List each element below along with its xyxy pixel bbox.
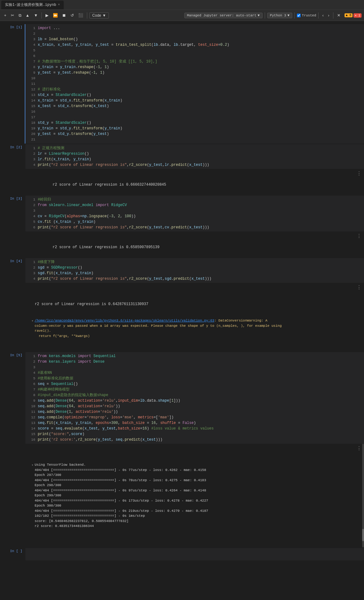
cell-1-label: In [1] — [10, 25, 22, 29]
warning-badge: ▲ 6 — [345, 13, 353, 17]
cell-4: In [4] 1#梯度下降 2sgd = SGDRegressor() 3sgd… — [0, 258, 364, 352]
cell-5-label: In [5] — [10, 353, 22, 357]
cell-5-content[interactable]: 1from keras.models import Sequential 2fr… — [25, 352, 364, 547]
cell-2-gutter: In [2] — [0, 144, 25, 195]
error-badge: ✕ 1 — [353, 13, 362, 18]
python-label: Python 3 — [270, 14, 286, 17]
cell-1-content[interactable]: 1import ... 2 3lb = load_boston() 4x_tra… — [25, 24, 364, 144]
cut-button[interactable]: ✂ — [9, 12, 16, 19]
cell-5: In [5] 1from keras.models import Sequent… — [0, 352, 364, 547]
sep3 — [265, 12, 265, 19]
cell-6-content[interactable] — [25, 548, 364, 560]
cell-2-menu-btn[interactable]: ⋮ — [357, 170, 362, 178]
cell-5-output-keras-row: ▾ Using TensorFlow backend. 404/404 [===… — [30, 462, 362, 529]
cell-4-content[interactable]: 1#梯度下降 2sgd = SGDRegressor() 3sgd.fit(x_… — [25, 258, 364, 352]
cell-5-output-keras: Using TensorFlow backend. 404/404 [=====… — [35, 462, 208, 529]
tab-label: 实验1-波士顿房价预测.ipynb — [5, 2, 56, 7]
tab-bar: 实验1-波士顿房价预测.ipynb × — [0, 0, 364, 10]
cell-5-menu-btn[interactable]: ⋮ — [357, 445, 362, 452]
sep1 — [41, 12, 42, 19]
cell-3-menu-btn[interactable]: ⋮ — [357, 233, 362, 240]
sep5 — [318, 12, 319, 19]
notebook-area: In [1] 1import ... 2 3lb = load_boston()… — [0, 21, 364, 600]
toolbar: + ✂ ⧉ ▲ ▼ ▶ ⏩ ⏹ ↺ ⬛ Code ▼ Managed Jupyt… — [0, 10, 364, 21]
cell-6-label: In [ ] — [10, 549, 22, 553]
python-version-selector[interactable]: Python 3 ▼ — [267, 13, 292, 18]
scrollbar-thumb[interactable] — [362, 529, 364, 541]
warning-link[interactable]: /home/lcz/anaconda3/envs/venv/lib/python… — [35, 319, 214, 322]
cell-2-label: In [2] — [10, 145, 22, 149]
cell-4-output-warning-row: ▾ /home/lcz/anaconda3/envs/venv/lib/pyth… — [30, 318, 362, 339]
cell-2-output: ⋮ r2 score of Linear regression is 0.666… — [25, 169, 364, 195]
cell-4-output: ⋮ r2 score of Linear regression is 0.642… — [25, 283, 364, 352]
cell-2-code[interactable]: 1# 正规方程预测 2lr = LinearRegression() 3lr.f… — [25, 144, 364, 169]
nav-next-button[interactable]: › — [327, 12, 331, 19]
cell-3-gutter: In [3] — [0, 196, 25, 257]
trusted-text: Trusted — [302, 14, 316, 17]
notebook-tab[interactable]: 实验1-波士顿房价预测.ipynb × — [1, 1, 64, 9]
trusted-label: Trusted — [297, 14, 316, 17]
cell-1-gutter: In [1] — [0, 24, 25, 144]
cell-2-content[interactable]: 1# 正规方程预测 2lr = LinearRegression() 3lr.f… — [25, 144, 364, 195]
tab-close-button[interactable]: × — [58, 3, 60, 6]
move-down-button[interactable]: ▼ — [32, 12, 39, 19]
clear-button[interactable]: ⬛ — [77, 12, 85, 19]
collapse-btn-4[interactable]: ▾ — [30, 318, 35, 324]
nav-prev-button[interactable]: ‹ — [321, 12, 325, 19]
cell-1: In [1] 1import ... 2 3lb = load_boston()… — [0, 24, 364, 144]
cell-2-output-text: r2 score of Linear regression is 0.66663… — [48, 183, 166, 187]
add-cell-button[interactable]: + — [2, 12, 8, 19]
run-all-button[interactable]: ⏩ — [51, 12, 59, 19]
sep2 — [87, 12, 87, 19]
kernel-selector[interactable]: Managed Jupyter server: auto-start ▼ — [184, 13, 263, 18]
cell-5-code[interactable]: 1from keras.models import Sequential 2fr… — [25, 352, 364, 444]
scrollbar[interactable] — [362, 444, 364, 547]
cell-4-output-main: r2 score of Linear regression is 0.64287… — [30, 301, 362, 307]
cell-3-output: ⋮ r2 score of Linear regression is 0.658… — [25, 231, 364, 257]
run-button[interactable]: ▶ — [44, 12, 50, 19]
cell-5-gutter: In [5] — [0, 352, 25, 547]
trusted-checkbox[interactable] — [297, 14, 301, 17]
cell-3-output-text: r2 score of Linear regression is 0.65859… — [48, 245, 160, 249]
sep6 — [333, 12, 333, 19]
cell-4-label: In [4] — [10, 259, 22, 263]
cell-3-content[interactable]: 1#岭回归 2from sklearn.linear_model import … — [25, 196, 364, 257]
cell-5-output: ⋮ ▾ Using TensorFlow backend. 404/404 [=… — [25, 444, 364, 547]
cell-6: In [ ] — [0, 548, 364, 560]
restart-button[interactable]: ↺ — [69, 12, 75, 19]
sep4 — [294, 12, 295, 19]
cell-2: In [2] 1# 正规方程预测 2lr = LinearRegression(… — [0, 144, 364, 195]
kernel-dropdown-icon: ▼ — [258, 14, 260, 17]
close-button[interactable]: ✕ — [336, 12, 342, 19]
interrupt-button[interactable]: ⏹ — [61, 12, 68, 19]
cell-3: In [3] 1#岭回归 2from sklearn.linear_model … — [0, 196, 364, 257]
cell-type-dropdown-icon: ▼ — [102, 13, 106, 18]
cell-4-output-warning: /home/lcz/anaconda3/envs/venv/lib/python… — [35, 318, 282, 339]
kernel-label: Managed Jupyter server: auto-start — [187, 14, 256, 17]
cell-1-code[interactable]: 1import ... 2 3lb = load_boston() 4x_tra… — [25, 24, 364, 144]
status-icons: ▲ 6 ✕ 1 — [345, 13, 362, 18]
cell-4-code[interactable]: 1#梯度下降 2sgd = SGDRegressor() 3sgd.fit(x_… — [25, 258, 364, 283]
copy-button[interactable]: ⧉ — [17, 12, 23, 19]
cell-6-code[interactable] — [25, 548, 364, 560]
cell-type-label: Code — [92, 13, 101, 18]
cell-4-menu-btn[interactable]: ⋮ — [357, 284, 362, 291]
cell-6-gutter: In [ ] — [0, 548, 25, 560]
python-dropdown-icon: ▼ — [287, 14, 289, 17]
cell-3-label: In [3] — [10, 197, 22, 201]
cell-3-code[interactable]: 1#岭回归 2from sklearn.linear_model import … — [25, 196, 364, 231]
cell-4-gutter: In [4] — [0, 258, 25, 352]
collapse-btn-5[interactable]: ▾ — [30, 462, 35, 468]
cell-type-selector[interactable]: Code ▼ — [89, 12, 109, 19]
move-up-button[interactable]: ▲ — [24, 12, 31, 19]
